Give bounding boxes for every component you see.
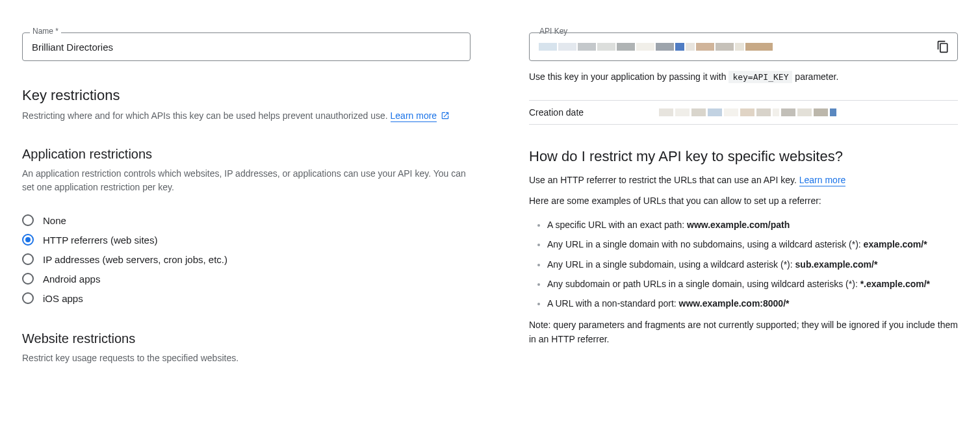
api-key-field: API Key bbox=[529, 32, 958, 61]
key-restrictions-desc: Restricting where and for which APIs thi… bbox=[22, 109, 471, 123]
radio-icon bbox=[22, 273, 34, 285]
copy-button[interactable] bbox=[934, 38, 952, 56]
help-note: Note: query parameters and fragments are… bbox=[529, 318, 958, 347]
radio-label: iOS apps bbox=[43, 293, 83, 304]
examples-list: A specific URL with an exact path: www.e… bbox=[529, 218, 958, 311]
radio-label: Android apps bbox=[43, 273, 100, 285]
api-key-hint-post: parameter. bbox=[792, 71, 838, 82]
list-item: Any URL in a single domain with no subdo… bbox=[547, 237, 958, 251]
creation-date-label: Creation date bbox=[529, 107, 659, 118]
radio-icon bbox=[22, 292, 34, 304]
help-learn-more-link[interactable]: Learn more bbox=[799, 175, 846, 186]
website-restrictions-heading: Website restrictions bbox=[22, 331, 471, 346]
creation-date-row: Creation date bbox=[529, 100, 958, 125]
radio-label: IP addresses (web servers, cron jobs, et… bbox=[43, 254, 227, 265]
api-key-value-redacted bbox=[539, 42, 773, 51]
radio-icon bbox=[22, 234, 34, 246]
list-item: Any URL in a single subdomain, using a w… bbox=[547, 257, 958, 272]
radio-option[interactable]: iOS apps bbox=[22, 288, 471, 308]
list-item: Any subdomain or path URLs in a single d… bbox=[547, 277, 958, 291]
key-restrictions-desc-text: Restricting where and for which APIs thi… bbox=[22, 110, 388, 121]
open-external-icon bbox=[441, 110, 450, 120]
application-restrictions-radio-group: NoneHTTP referrers (web sites)IP address… bbox=[22, 210, 471, 308]
copy-icon bbox=[936, 45, 949, 55]
radio-option[interactable]: None bbox=[22, 210, 471, 230]
radio-label: HTTP referrers (web sites) bbox=[43, 235, 157, 246]
name-field: Name * bbox=[22, 32, 471, 61]
radio-icon bbox=[22, 214, 34, 226]
radio-icon bbox=[22, 253, 34, 265]
list-item: A URL with a non-standard port: www.exam… bbox=[547, 296, 958, 311]
application-restrictions-desc: An application restriction controls whic… bbox=[22, 167, 471, 195]
api-key-hint-code: key=API_KEY bbox=[729, 71, 792, 83]
api-key-hint: Use this key in your application by pass… bbox=[529, 71, 958, 82]
help-intro: Use an HTTP referrer to restrict the URL… bbox=[529, 173, 958, 187]
examples-intro: Here are some examples of URLs that you … bbox=[529, 194, 958, 208]
list-item: A specific URL with an exact path: www.e… bbox=[547, 218, 958, 232]
help-heading: How do I restrict my API key to specific… bbox=[529, 148, 958, 165]
radio-option[interactable]: HTTP referrers (web sites) bbox=[22, 230, 471, 249]
name-input[interactable] bbox=[22, 32, 471, 61]
api-key-hint-pre: Use this key in your application by pass… bbox=[529, 71, 729, 82]
key-restrictions-learn-more-link[interactable]: Learn more bbox=[391, 110, 437, 122]
name-label: Name * bbox=[30, 27, 61, 36]
radio-label: None bbox=[43, 215, 66, 226]
radio-option[interactable]: IP addresses (web servers, cron jobs, et… bbox=[22, 249, 471, 269]
website-restrictions-desc: Restrict key usage requests to the speci… bbox=[22, 351, 471, 366]
application-restrictions-heading: Application restrictions bbox=[22, 147, 471, 162]
help-intro-text: Use an HTTP referrer to restrict the URL… bbox=[529, 175, 797, 185]
radio-option[interactable]: Android apps bbox=[22, 269, 471, 288]
creation-date-value-redacted bbox=[659, 108, 836, 117]
key-restrictions-heading: Key restrictions bbox=[22, 87, 471, 104]
